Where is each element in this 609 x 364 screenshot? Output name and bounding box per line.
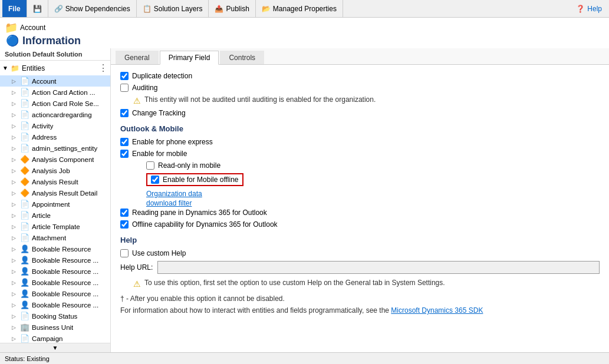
entities-expand-icon: ▼: [2, 65, 8, 71]
save-icon: 💾: [33, 5, 42, 13]
custom-help-note: To use this option, first set the option…: [144, 279, 445, 287]
change-tracking-checkbox[interactable]: [120, 109, 129, 117]
entities-label: Entities: [22, 64, 45, 72]
main-layout: Solution Default Solution ▼ 📁 Entities ⋮…: [0, 48, 609, 352]
reading-pane-label[interactable]: Reading pane in Dynamics 365 for Outlook: [132, 209, 267, 217]
expand-icon: ▷: [12, 134, 18, 140]
reading-pane-row: Reading pane in Dynamics 365 for Outlook: [120, 209, 600, 217]
download-filter-link[interactable]: download filter: [146, 199, 600, 207]
item-label: Analysis Result Detail: [32, 190, 97, 197]
solution-layers-icon: 📋: [143, 5, 152, 13]
solution-layers-label: Solution Layers: [154, 5, 203, 13]
solution-layers-button[interactable]: 📋 Solution Layers: [137, 0, 209, 17]
tab-primary-field[interactable]: Primary Field: [160, 51, 219, 65]
sidebar-item-bookable-resource-3[interactable]: ▷ 👤 Bookable Resource ...: [0, 266, 110, 277]
enable-mobile-checkbox[interactable]: [120, 150, 129, 158]
sidebar-item-bookable-resource-1[interactable]: ▷ 👤 Bookable Resource: [0, 243, 110, 254]
help-label: Help: [587, 5, 602, 13]
offline-capability-label[interactable]: Offline capability for Dynamics 365 for …: [132, 220, 278, 229]
expand-icon: ▷: [12, 123, 18, 129]
help-link[interactable]: ❓ Help: [576, 5, 607, 13]
org-data-link[interactable]: Organization data: [146, 190, 600, 198]
duplicate-detection-checkbox[interactable]: [120, 72, 129, 80]
audit-warning-text: This entity will not be audited until au…: [144, 95, 376, 104]
item-icon: 👤: [20, 300, 29, 309]
footnote2-row: For information about how to interact wi…: [120, 306, 600, 315]
item-label: Action Card Action ...: [32, 89, 95, 96]
sidebar-item-action-card-role[interactable]: ▷ 📄 Action Card Role Se...: [0, 98, 110, 109]
sdk-link[interactable]: Microsoft Dynamics 365 SDK: [391, 306, 483, 315]
tree-container[interactable]: ▼ 📁 Entities ⋮ ▷ 📄 Account ▷ 📄 Action Ca…: [0, 61, 110, 343]
item-label: Appointment: [32, 201, 70, 208]
sidebar-item-booking-status[interactable]: ▷ 📄 Booking Status: [0, 310, 110, 322]
sidebar-item-appointment[interactable]: ▷ 📄 Appointment: [0, 198, 110, 210]
sidebar-item-attachment[interactable]: ▷ 📄 Attachment: [0, 232, 110, 243]
auditing-warning: ⚠ This entity will not be audited until …: [133, 95, 600, 105]
sidebar-item-bookable-resource-6[interactable]: ▷ 👤 Bookable Resource ...: [0, 299, 110, 310]
mobile-offline-label[interactable]: Enable for Mobile offline: [163, 176, 239, 184]
sidebar-item-action-card-action[interactable]: ▷ 📄 Action Card Action ...: [0, 87, 110, 98]
readonly-mobile-label[interactable]: Read-only in mobile: [158, 161, 220, 170]
help-url-input[interactable]: [157, 261, 600, 274]
custom-help-label[interactable]: Use custom Help: [132, 249, 186, 257]
account-label: 📁 Account: [5, 21, 81, 34]
expand-icon: ▷: [12, 269, 18, 274]
sidebar-item-address[interactable]: ▷ 📄 Address: [0, 131, 110, 143]
item-icon: 📄: [20, 121, 29, 130]
reading-pane-checkbox[interactable]: [120, 209, 129, 217]
sidebar-item-account[interactable]: ▷ 📄 Account: [0, 75, 110, 87]
file-button[interactable]: File: [2, 0, 27, 17]
offline-capability-checkbox[interactable]: [120, 220, 129, 229]
help-icon: ❓: [576, 5, 585, 13]
managed-props-button[interactable]: 📂 Managed Properties: [256, 0, 343, 17]
publish-icon: 📤: [215, 5, 223, 13]
sidebar-item-analysis-job[interactable]: ▷ 🔶 Analysis Job: [0, 165, 110, 176]
show-dependencies-button[interactable]: 🔗 Show Dependencies: [48, 0, 137, 17]
item-icon: 🔶: [20, 166, 29, 175]
item-label: Booking Status: [32, 313, 77, 320]
sidebar-scroll-down[interactable]: ▼: [0, 343, 110, 352]
content-scroll[interactable]: Duplicate detection Auditing ⚠ This enti…: [111, 65, 609, 352]
tab-controls[interactable]: Controls: [220, 51, 264, 64]
item-label: Attachment: [32, 234, 66, 241]
auditing-label[interactable]: Auditing: [132, 84, 157, 92]
item-icon: 📄: [20, 88, 29, 97]
sidebar-item-activity[interactable]: ▷ 📄 Activity: [0, 120, 110, 131]
sidebar-item-bookable-resource-4[interactable]: ▷ 👤 Bookable Resource ...: [0, 277, 110, 288]
phone-express-checkbox[interactable]: [120, 138, 129, 146]
sidebar-item-bookable-resource-5[interactable]: ▷ 👤 Bookable Resource ...: [0, 288, 110, 299]
sidebar-item-actioncardregarding[interactable]: ▷ 📄 actioncardregarding: [0, 109, 110, 120]
save-button[interactable]: 💾: [27, 0, 48, 17]
sidebar-item-admin-settings[interactable]: ▷ 📄 admin_settings_entity: [0, 143, 110, 154]
status-bar: Status: Existing: [0, 352, 609, 364]
sidebar-item-article-template[interactable]: ▷ 📄 Article Template: [0, 221, 110, 232]
sidebar-item-campaign[interactable]: ▷ 📄 Campaign: [0, 333, 110, 343]
enable-mobile-label[interactable]: Enable for mobile: [132, 150, 187, 158]
mobile-offline-checkbox[interactable]: [151, 176, 159, 184]
expand-icon: ▷: [12, 257, 18, 263]
auditing-checkbox[interactable]: [120, 84, 129, 92]
sidebar-item-article[interactable]: ▷ 📄 Article: [0, 210, 110, 221]
entities-root[interactable]: ▼ 📁 Entities ⋮: [0, 61, 110, 75]
sidebar: Solution Default Solution ▼ 📁 Entities ⋮…: [0, 48, 111, 352]
item-label: Campaign: [32, 335, 62, 342]
readonly-mobile-checkbox[interactable]: [146, 161, 154, 170]
sidebar-item-business-unit[interactable]: ▷ 🏢 Business Unit: [0, 322, 110, 333]
item-label: Analysis Result: [32, 178, 78, 186]
sidebar-item-analysis-result-detail[interactable]: ▷ 🔶 Analysis Result Detail: [0, 187, 110, 198]
publish-button[interactable]: 📤 Publish: [209, 0, 255, 17]
show-deps-icon: 🔗: [54, 5, 63, 13]
account-header: 📁 Account 🔵 Information: [0, 18, 609, 48]
expand-icon: ▷: [12, 336, 18, 342]
duplicate-detection-label[interactable]: Duplicate detection: [132, 72, 192, 80]
sidebar-item-analysis-component[interactable]: ▷ 🔶 Analysis Component: [0, 154, 110, 165]
item-icon: 👤: [20, 267, 29, 276]
change-tracking-label[interactable]: Change Tracking: [132, 109, 186, 117]
account-item-icon: 📄: [20, 77, 29, 85]
phone-express-label[interactable]: Enable for phone express: [132, 138, 213, 146]
item-label: Bookable Resource ...: [32, 268, 98, 275]
custom-help-checkbox[interactable]: [120, 249, 129, 257]
sidebar-item-analysis-result[interactable]: ▷ 🔶 Analysis Result: [0, 176, 110, 187]
sidebar-item-bookable-resource-2[interactable]: ▷ 👤 Bookable Resource ...: [0, 254, 110, 266]
tab-general[interactable]: General: [116, 51, 159, 64]
